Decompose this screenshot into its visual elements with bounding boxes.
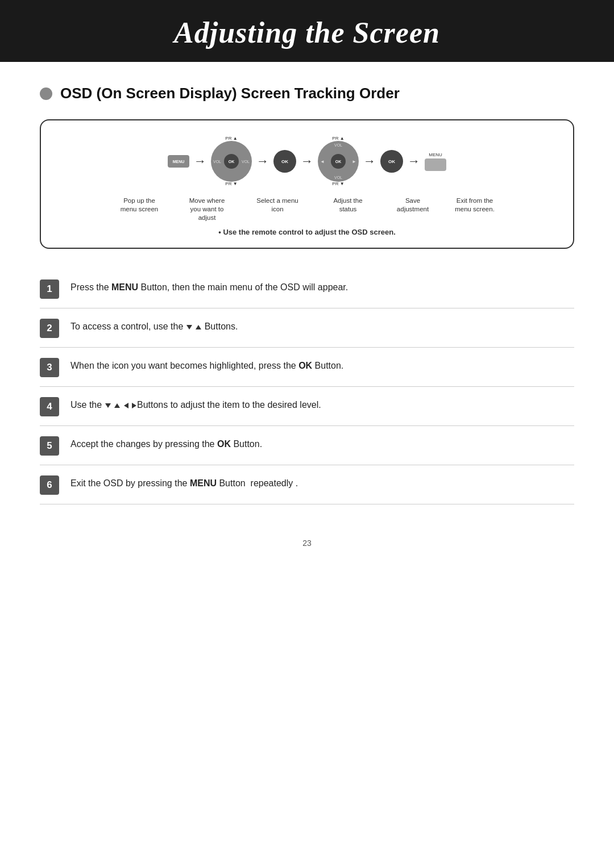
ok-circle-icon-1: OK <box>273 150 296 173</box>
step-number-6: 6 <box>40 475 59 495</box>
note-text: • Use the remote control to adjust the O… <box>218 228 396 236</box>
ok-label-2: OK <box>388 159 395 164</box>
tri-left-icon-4 <box>124 403 128 408</box>
menu-label: MENU <box>173 160 185 164</box>
page-number: 23 <box>40 539 574 548</box>
steps-list: 1 Press the MENU Button, then the main m… <box>40 269 574 504</box>
arrow-5: → <box>408 154 420 169</box>
step-item-6: 6 Exit the OSD by pressing the MENU Butt… <box>40 465 574 504</box>
step-text-2: To access a control, use the Buttons. <box>70 318 238 333</box>
step4-dpad: PR ▲ OK ◄ ► VOL VOL PR ▼ <box>318 136 359 186</box>
use-remote-note: • Use the remote control to adjust the O… <box>55 228 559 236</box>
step-number-1: 1 <box>40 279 59 299</box>
step-item-1: 1 Press the MENU Button, then the main m… <box>40 269 574 308</box>
pr-bottom-label-2: PR ▼ <box>332 182 344 186</box>
label-5: Saveadjustment <box>396 197 430 214</box>
remote-flow-row: MENU → PR ▲ OK VOL VOL <box>55 136 559 186</box>
content-area: OSD (On Screen Display) Screen Tracking … <box>0 62 614 582</box>
step1-menu-button: MENU <box>168 147 189 176</box>
step2-dpad: PR ▲ OK VOL VOL PR ▼ <box>211 136 252 186</box>
arrow-2: → <box>256 154 269 169</box>
pr-bottom-label-1: PR ▼ <box>225 182 237 186</box>
step-item-2: 2 To access a control, use the Buttons. <box>40 308 574 348</box>
pr-top-label-2: PR ▲ <box>332 136 344 141</box>
label-4: Adjust the status <box>325 197 371 214</box>
tri-down-icon-2 <box>186 325 192 329</box>
ok-text-1: OK <box>229 160 235 164</box>
label-2: Move whereyou want toadjust <box>184 197 230 222</box>
arrow-1: → <box>194 154 206 169</box>
arrow-3: → <box>301 154 313 169</box>
tri-up-icon-4 <box>114 403 120 408</box>
label-6: Exit from themenu screen. <box>455 197 495 214</box>
menu-rect-icon-2 <box>425 158 446 171</box>
step-text-4: Use the Buttons to adjust the item to th… <box>70 396 321 412</box>
step-text-5: Accept the changes by pressing the OK Bu… <box>70 435 262 451</box>
arrow-4: → <box>363 154 376 169</box>
dpad-center-1: OK <box>224 154 239 169</box>
section-bullet-icon <box>40 87 52 100</box>
step-number-3: 3 <box>40 358 59 377</box>
step5-ok-button: OK <box>380 142 403 181</box>
ok-label-1: OK <box>281 159 288 164</box>
step6-menu-button: MENU <box>425 144 446 179</box>
step-item-4: 4 Use the Buttons to adjust the item to … <box>40 387 574 426</box>
step-number-4: 4 <box>40 397 59 416</box>
page-title: Adjusting the Screen <box>0 16 614 49</box>
tri-right-icon-4 <box>132 403 136 408</box>
section-heading: OSD (On Screen Display) Screen Tracking … <box>60 85 400 102</box>
step-item-3: 3 When the icon you want becomes highlig… <box>40 348 574 387</box>
section-title-row: OSD (On Screen Display) Screen Tracking … <box>40 85 574 102</box>
dpad-center-2: OK <box>331 154 346 169</box>
label-1: Pop up themenu screen <box>119 197 159 214</box>
diagram-box: MENU → PR ▲ OK VOL VOL <box>40 119 574 249</box>
step-number-2: 2 <box>40 319 59 338</box>
step3-ok-button: OK <box>273 142 296 181</box>
label-3: Select a menu icon <box>255 197 300 214</box>
pr-top-label-1: PR ▲ <box>225 136 237 141</box>
page-header: Adjusting the Screen <box>0 0 614 62</box>
step-item-5: 5 Accept the changes by pressing the OK … <box>40 426 574 465</box>
ok-text-2: OK <box>335 160 342 164</box>
ok-circle-icon-2: OK <box>380 150 403 173</box>
step-number-5: 5 <box>40 436 59 456</box>
tri-down-icon-4 <box>105 403 111 408</box>
step-text-6: Exit the OSD by pressing the MENU Button… <box>70 474 298 490</box>
step-text-1: Press the MENU Button, then the main men… <box>70 278 348 294</box>
step-text-3: When the icon you want becomes highlight… <box>70 357 343 373</box>
flow-labels-row: Pop up themenu screen Move whereyou want… <box>55 197 559 222</box>
menu-rect-icon: MENU <box>168 155 189 168</box>
tri-up-icon-2 <box>196 325 201 329</box>
